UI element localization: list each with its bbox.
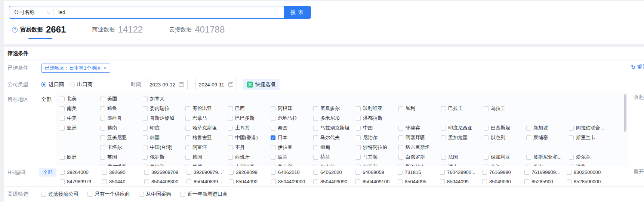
checkbox-icon[interactable]: [143, 97, 148, 101]
hs-code-option[interactable]: 731815: [398, 169, 440, 175]
checkbox-icon[interactable]: [229, 179, 234, 184]
checkbox-icon[interactable]: [143, 106, 148, 111]
country-option[interactable]: 沙特阿拉伯: [356, 144, 398, 151]
checkbox-icon[interactable]: [228, 165, 233, 166]
checkbox-icon[interactable]: [60, 97, 65, 101]
country-option[interactable]: 英国: [100, 154, 143, 160]
checkbox-icon[interactable]: [228, 126, 233, 131]
checkbox-icon[interactable]: [398, 145, 403, 150]
checkbox-icon[interactable]: [271, 106, 275, 111]
country-option[interactable]: 土耳其: [228, 125, 271, 131]
country-option[interactable]: 克罗地亚: [228, 163, 271, 166]
checkbox-icon[interactable]: [185, 135, 190, 140]
checkbox-icon[interactable]: [271, 145, 275, 150]
hs-code-option[interactable]: 64069059: [355, 169, 398, 175]
checkbox-icon[interactable]: [271, 116, 275, 121]
checkbox-icon[interactable]: [484, 126, 489, 131]
country-option[interactable]: 乌克兰: [313, 163, 356, 166]
checkbox-icon[interactable]: [313, 116, 318, 121]
country-option[interactable]: 乌拉圭: [484, 105, 526, 112]
country-option[interactable]: 以色列: [484, 134, 526, 141]
checkbox-icon[interactable]: [398, 170, 403, 175]
hs-code-option[interactable]: 39269099: [229, 169, 271, 175]
hs-code-option[interactable]: 850440839...: [187, 179, 229, 184]
start-date-input[interactable]: 2023-09-12: [146, 79, 188, 90]
hs-code-option[interactable]: 8504409090: [313, 179, 355, 184]
hs-code-option[interactable]: 761699909...: [524, 169, 567, 175]
country-option[interactable]: 阿根廷: [271, 105, 313, 112]
hs-code-option[interactable]: 85044095: [398, 179, 440, 184]
tab-cloud-search-data[interactable]: 云搜数据 401788: [169, 24, 225, 35]
country-option[interactable]: 丹麦: [526, 163, 569, 166]
checkbox-icon[interactable]: [313, 106, 318, 111]
checkbox-icon[interactable]: [185, 106, 190, 111]
checkbox-icon[interactable]: [356, 165, 361, 166]
hs-code-option[interactable]: 8302500000: [567, 169, 609, 175]
checkbox-icon[interactable]: [102, 179, 107, 184]
country-option[interactable]: 法国: [441, 154, 484, 160]
checkbox-icon[interactable]: [484, 155, 489, 160]
checkbox-icon[interactable]: [271, 126, 275, 131]
checkbox-icon[interactable]: [356, 145, 361, 150]
checkbox-icon[interactable]: [185, 155, 190, 160]
country-option[interactable]: 塞尔维亚: [100, 163, 143, 166]
country-option[interactable]: 韩国: [143, 134, 185, 141]
checkbox-icon[interactable]: [484, 106, 489, 111]
region-option[interactable]: 中美: [60, 115, 100, 122]
checkbox-icon[interactable]: [185, 116, 190, 121]
checkbox-icon[interactable]: [441, 135, 446, 140]
checkbox-icon[interactable]: [143, 145, 148, 150]
country-option[interactable]: 中国: [356, 125, 398, 131]
tag-close-icon[interactable]: ×: [104, 65, 107, 71]
country-option[interactable]: 巴西: [228, 105, 271, 112]
advanced-option[interactable]: 过滤物流公司: [41, 191, 78, 198]
checkbox-icon[interactable]: [313, 135, 318, 140]
checkbox-icon[interactable]: [567, 179, 571, 184]
country-option[interactable]: 墨西哥: [100, 115, 143, 122]
country-option[interactable]: 塔吉克斯坦: [398, 144, 441, 151]
checkbox-icon[interactable]: [87, 192, 92, 197]
advanced-option[interactable]: 只有一个供应商: [87, 191, 130, 198]
checkbox-icon[interactable]: [100, 155, 105, 160]
checkbox-icon[interactable]: [524, 179, 529, 184]
checkbox-icon[interactable]: [526, 135, 531, 140]
radio-importer[interactable]: 进口商: [41, 81, 64, 88]
region-option[interactable]: 北美: [60, 95, 100, 102]
checkbox-icon[interactable]: [569, 126, 574, 131]
country-option[interactable]: 阿拉伯联合...: [569, 125, 611, 131]
checkbox-icon[interactable]: [569, 135, 574, 140]
country-option[interactable]: 中国(香港): [228, 134, 271, 141]
checkbox-icon[interactable]: [398, 179, 403, 184]
checkbox-icon[interactable]: [440, 170, 445, 175]
country-option[interactable]: 荷兰: [313, 154, 356, 160]
country-option[interactable]: 马尔代夫: [313, 134, 356, 141]
checkbox-icon[interactable]: [313, 165, 318, 166]
checkbox-icon[interactable]: [482, 170, 487, 175]
checkbox-icon[interactable]: [139, 192, 144, 197]
country-option[interactable]: 洪都拉斯: [356, 115, 398, 122]
checkbox-icon[interactable]: [100, 165, 105, 166]
country-option[interactable]: 泰国: [271, 125, 313, 131]
checkbox-icon[interactable]: [356, 135, 361, 140]
region-option[interactable]: 亚洲: [60, 125, 100, 131]
scrollbar-thumb[interactable]: [624, 94, 626, 132]
country-option[interactable]: 瑞士: [441, 163, 484, 166]
country-option[interactable]: 白俄罗斯: [398, 154, 441, 160]
checkbox-icon[interactable]: [100, 145, 105, 150]
checkbox-icon[interactable]: [143, 126, 148, 131]
hs-code-option[interactable]: 8504409000: [271, 179, 313, 184]
checkbox-icon[interactable]: [356, 116, 361, 121]
hs-code-option[interactable]: 8528590000: [567, 179, 609, 184]
checkbox-icon[interactable]: [524, 170, 529, 175]
checkbox-icon[interactable]: [313, 155, 318, 160]
checkbox-icon[interactable]: [313, 145, 318, 150]
country-option[interactable]: 危地马拉: [271, 115, 313, 122]
country-option[interactable]: 印度尼西亚: [441, 125, 484, 131]
country-option[interactable]: 波兰: [271, 154, 313, 160]
country-option[interactable]: 秘鲁: [100, 105, 143, 112]
checkbox-icon[interactable]: [526, 165, 531, 166]
country-option[interactable]: 西班牙: [228, 154, 271, 160]
hs-code-option[interactable]: 64062010: [271, 169, 313, 175]
country-option[interactable]: 缅甸: [313, 144, 356, 151]
checkbox-checked-icon[interactable]: ✓: [271, 135, 275, 140]
